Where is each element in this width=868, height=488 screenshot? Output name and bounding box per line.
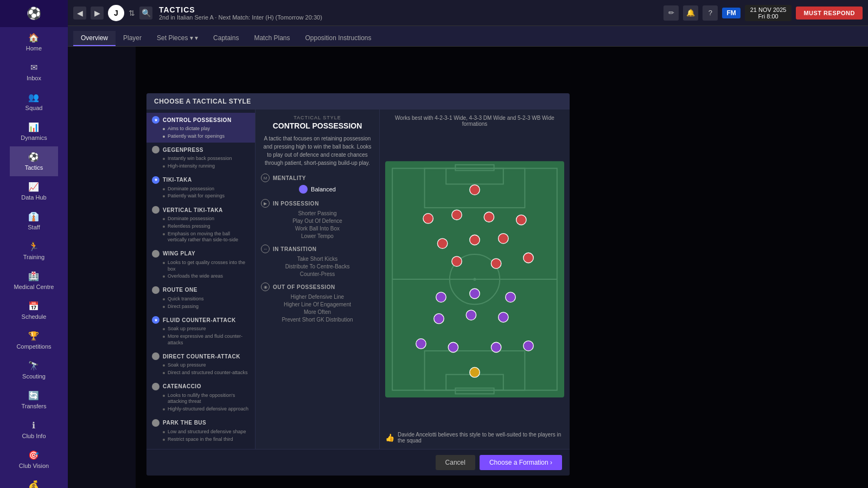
sidebar-item-label-competitions: Competitions	[16, 343, 51, 350]
advisor-icon: 👍	[385, 433, 394, 442]
svg-point-21	[524, 253, 533, 262]
in-possession-lines: Shorter PassingPlay Out Of DefenceWork B…	[261, 210, 374, 239]
svg-point-16	[437, 239, 447, 248]
in-possession-icon: ▶	[261, 199, 270, 208]
advisor-text: Davide Ancelotti believes this style to …	[398, 432, 564, 444]
cancel-button[interactable]: Cancel	[436, 455, 475, 470]
competitions-icon: 🏆	[28, 331, 39, 341]
bullet-dot	[163, 158, 165, 160]
style-item-fluid-counter-attack[interactable]: ★FLUID COUNTER-ATTACKSoak up pressureMor…	[146, 313, 255, 349]
sidebar-item-schedule[interactable]: 📅Schedule	[10, 296, 59, 325]
scouting-icon: 🔭	[28, 361, 39, 371]
style-item-wing-play[interactable]: WING PLAYLooks to get quality crosses in…	[146, 247, 255, 283]
pitch-svg	[385, 130, 564, 428]
subnav-tab-player[interactable]: Player	[116, 31, 149, 46]
style-item-control-possession[interactable]: ★CONTROL POSSESSIONAims to dictate playP…	[146, 113, 255, 143]
sidebar-item-competitions[interactable]: 🏆Competitions	[10, 325, 59, 355]
style-item-park-the-bus[interactable]: PARK THE BUSLow and structured defensive…	[146, 416, 255, 446]
bullet-dot	[163, 188, 165, 190]
out-of-possession-line: Higher Defensive Line	[261, 294, 374, 300]
sidebar-item-tactics[interactable]: ⚽Tactics	[10, 146, 59, 176]
home-icon: 🏠	[28, 33, 39, 43]
help-button[interactable]: ?	[703, 5, 718, 21]
style-item-route-one[interactable]: ROUTE ONEQuick transitionsDirect passing	[146, 283, 255, 313]
sidebar-item-data-hub[interactable]: 📈Data Hub	[10, 176, 59, 206]
in-possession-line: Work Ball Into Box	[261, 226, 374, 232]
tactical-style-name: CONTROL POSSESSION	[261, 121, 374, 130]
back-button[interactable]: ◀	[73, 7, 86, 20]
style-item-gegenpress[interactable]: GEGENPRESSInstantly win back possessionH…	[146, 143, 255, 172]
fm-badge: FM	[722, 8, 740, 18]
sidebar-item-medical-centre[interactable]: 🏥Medical Centre	[10, 266, 59, 296]
style-item-direct-counter-attack[interactable]: DIRECT COUNTER-ATTACKSoak up pressureDir…	[146, 349, 255, 379]
sidebar-item-transfers[interactable]: 🔄Transfers	[10, 385, 59, 415]
style-item-tiki-taka[interactable]: ★TIKI-TAKADominate possessionPatiently w…	[146, 173, 255, 203]
subnav-tab-match-plans[interactable]: Match Plans	[246, 31, 297, 46]
sidebar-item-label-home: Home	[26, 45, 42, 52]
style-badge-icon	[152, 419, 159, 427]
out-of-possession-line: More Often	[261, 309, 374, 315]
sort-icon[interactable]: ⇅	[129, 9, 135, 17]
staff-icon: 👔	[28, 211, 39, 222]
svg-point-14	[484, 212, 494, 222]
subnav-tab-overview[interactable]: Overview	[73, 31, 116, 46]
sidebar-item-label-medical-centre: Medical Centre	[14, 284, 54, 290]
subnav-tab-set-pieces[interactable]: Set Pieces ▾	[149, 31, 206, 46]
style-badge-icon: ★	[152, 316, 159, 324]
must-respond-button[interactable]: MUST RESPOND	[796, 7, 863, 20]
bullet-dot	[163, 431, 165, 433]
style-badge-icon	[152, 206, 159, 214]
bullet-text: Dominate possession	[168, 186, 214, 192]
sidebar-item-label-club-vision: Club Vision	[19, 463, 49, 469]
sidebar-item-inbox[interactable]: ✉Inbox	[10, 57, 59, 87]
style-item-vertical-tiki-taka[interactable]: VERTICAL TIKI-TAKADominate possessionRel…	[146, 203, 255, 247]
style-badge-icon: ★	[152, 116, 159, 124]
svg-point-19	[452, 256, 462, 266]
style-item-catenaccio[interactable]: CATENACCIOLooks to nullify the oppositio…	[146, 380, 255, 416]
bullet-text: Restrict space in the final third	[168, 436, 233, 443]
bullet-dot	[163, 262, 165, 264]
svg-point-12	[423, 214, 433, 223]
out-of-possession-line: Prevent Short GK Distribution	[261, 317, 374, 323]
bullet-text: Highly-structured defensive approach	[168, 406, 248, 413]
bullet-text: Patiently wait for openings	[168, 193, 225, 200]
bullet-text: Direct and structured counter-attacks	[168, 370, 248, 376]
edit-button[interactable]: ✏	[663, 5, 679, 21]
sidebar-item-staff[interactable]: 👔Staff	[10, 206, 59, 236]
bullet-text: Soak up pressure	[168, 326, 206, 332]
sidebar-item-scouting[interactable]: 🔭Scouting	[10, 355, 59, 385]
sidebar-item-label-transfers: Transfers	[21, 403, 46, 409]
sidebar-item-label-tactics: Tactics	[25, 164, 43, 171]
style-name-label: PARK THE BUS	[163, 420, 206, 426]
sidebar-logo: ⚽	[0, 0, 68, 27]
forward-button[interactable]: ▶	[91, 7, 104, 20]
main-area: ◀ ▶ J ⇅ 🔍 TACTICS 2nd in Italian Serie A…	[68, 0, 868, 488]
in-transition-label: IN TRANSITION	[273, 246, 316, 252]
in-transition-icon: ↔	[261, 245, 270, 253]
subnav-tab-opposition-instructions[interactable]: Opposition Instructions	[297, 31, 379, 46]
bullet-dot	[163, 328, 165, 330]
sidebar-item-club-info[interactable]: ℹClub Info	[10, 415, 59, 445]
out-of-possession-section: ◉ OUT OF POSSESSION	[261, 282, 374, 291]
bullet-dot	[163, 275, 165, 278]
bullet-dot	[163, 128, 165, 130]
svg-point-18	[499, 234, 508, 243]
squad-icon: 👥	[28, 92, 39, 102]
subnav-tab-captains[interactable]: Captains	[206, 31, 246, 46]
in-possession-section: ▶ IN POSSESSION	[261, 199, 374, 208]
in-possession-line: Lower Tempo	[261, 233, 374, 239]
sidebar-item-dynamics[interactable]: 📊Dynamics	[10, 117, 59, 146]
notifications-button[interactable]: 🔔	[683, 5, 698, 21]
out-of-possession-icon: ◉	[261, 282, 270, 291]
choose-formation-button[interactable]: Choose a Formation ›	[480, 455, 562, 470]
style-badge-icon	[152, 352, 159, 360]
bullet-text: Relentless pressing	[168, 223, 210, 230]
sidebar-item-home[interactable]: 🏠Home	[10, 27, 59, 57]
sidebar-item-club-vision[interactable]: 🎯Club Vision	[10, 445, 59, 474]
sidebar-item-finances[interactable]: 💰Finances	[10, 474, 59, 488]
pitch-best-with: Works best with 4-2-3-1 Wide, 4-3-3 DM W…	[385, 115, 564, 127]
search-button[interactable]: 🔍	[139, 7, 152, 20]
mentality-row: Balanced	[261, 185, 374, 194]
sidebar-item-squad[interactable]: 👥Squad	[10, 87, 59, 117]
sidebar-item-training[interactable]: 🏃Training	[10, 236, 59, 266]
